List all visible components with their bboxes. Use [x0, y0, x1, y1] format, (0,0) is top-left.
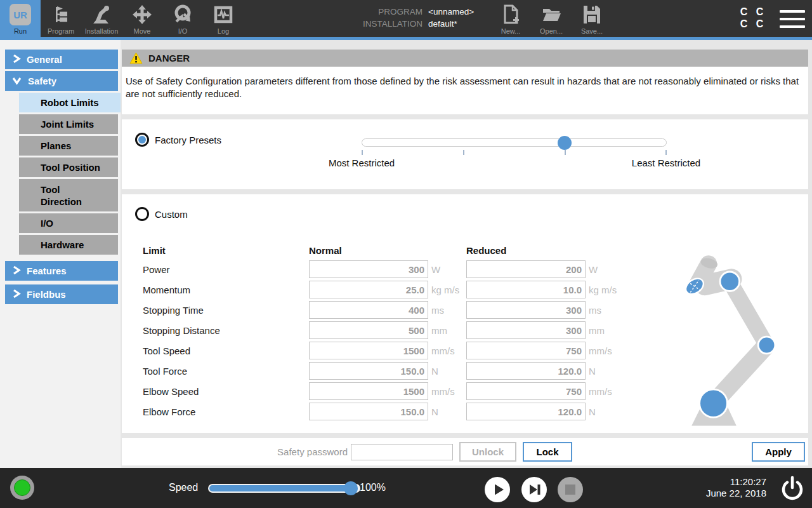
stop-icon: [558, 477, 583, 502]
table-row-tool-speed: Tool Speed mm/s mm/s: [143, 340, 624, 361]
tab-program[interactable]: Program: [41, 0, 81, 37]
limits-table: Limit Normal Reduced Power W W Momentum …: [143, 241, 624, 422]
factory-presets-radio[interactable]: [135, 133, 149, 147]
installation-label: INSTALLATION: [336, 19, 422, 29]
sidebar-group-fieldbus[interactable]: Fieldbus: [5, 284, 118, 304]
sidebar-item-label: Robot Limits: [41, 97, 99, 108]
tool-speed-normal-input[interactable]: [309, 342, 428, 359]
unit-label: mm/s: [586, 345, 624, 356]
sidebar-item-planes[interactable]: Planes: [19, 136, 118, 156]
sidebar-item-tool-position[interactable]: Tool Position: [19, 157, 118, 177]
new-file-icon: [501, 3, 520, 26]
sidebar-item-label: Planes: [41, 140, 71, 151]
robot-status-light[interactable]: [10, 476, 34, 500]
table-row-elbow-speed: Elbow Speed mm/s mm/s: [143, 381, 624, 401]
speed-slider-handle[interactable]: [344, 481, 358, 495]
file-actions: New... Open... Save...: [493, 3, 610, 35]
save-button[interactable]: Save...: [574, 3, 610, 35]
custom-radio[interactable]: [135, 207, 149, 221]
row-label: Elbow Speed: [143, 386, 309, 397]
restriction-slider-track[interactable]: [362, 138, 667, 147]
sidebar-group-features[interactable]: Features: [5, 261, 118, 281]
hamburger-menu-icon[interactable]: [780, 10, 805, 28]
unit-label: kg m/s: [586, 284, 624, 295]
session-indicator: C C C C: [736, 6, 768, 30]
chevron-down-icon: [11, 76, 22, 87]
elbow-speed-normal-input[interactable]: [309, 382, 428, 400]
elbow-force-reduced-input[interactable]: [466, 403, 586, 420]
power-button[interactable]: [780, 475, 805, 500]
content-area: DANGER Use of Safety Configuration param…: [122, 40, 808, 468]
speed-slider-fill: [209, 485, 351, 491]
tab-move[interactable]: Move: [122, 0, 162, 37]
restriction-slider: Most Restricted Least Restricted: [362, 138, 667, 170]
open-folder-icon: [540, 3, 562, 26]
tool-speed-reduced-input[interactable]: [466, 342, 586, 359]
stopping-distance-reduced-input[interactable]: [466, 321, 586, 339]
sidebar-item-tool-direction[interactable]: Tool Direction: [19, 179, 118, 211]
sidebar-group-label: General: [27, 54, 62, 65]
tab-move-label: Move: [134, 27, 151, 36]
status-green-indicator: [14, 479, 30, 496]
power-normal-input[interactable]: [309, 260, 428, 278]
play-button[interactable]: [485, 477, 510, 502]
sidebar-group-general[interactable]: General: [5, 50, 118, 69]
unit-label: mm/s: [428, 345, 466, 356]
sidebar-item-joint-limits[interactable]: Joint Limits: [19, 114, 118, 134]
chevron-right-icon: [11, 53, 21, 66]
momentum-normal-input[interactable]: [309, 281, 428, 298]
speed-slider[interactable]: [208, 484, 360, 493]
elbow-force-normal-input[interactable]: [309, 403, 428, 420]
tab-installation[interactable]: Installation: [81, 0, 122, 37]
lock-button[interactable]: Lock: [523, 442, 572, 462]
warning-icon: [129, 52, 143, 64]
stopping-time-normal-input[interactable]: [309, 301, 428, 319]
tab-run[interactable]: UR Run: [0, 0, 41, 37]
unit-label: mm: [586, 325, 624, 336]
move-icon: [131, 2, 153, 27]
unit-label: ms: [586, 305, 624, 316]
unit-label: W: [586, 264, 624, 275]
sidebar-item-robot-limits[interactable]: Robot Limits: [19, 93, 121, 112]
sidebar-item-hardware[interactable]: Hardware: [19, 235, 118, 255]
elbow-speed-reduced-input[interactable]: [466, 382, 586, 400]
table-row-elbow-force: Elbow Force N N: [143, 401, 624, 422]
danger-title: DANGER: [148, 53, 190, 64]
step-button[interactable]: [521, 477, 547, 502]
new-button[interactable]: New...: [493, 3, 528, 35]
save-icon: [582, 3, 602, 26]
sidebar-item-io[interactable]: I/O: [19, 213, 118, 233]
unit-label: mm/s: [586, 386, 624, 397]
momentum-reduced-input[interactable]: [466, 281, 586, 298]
unit-label: W: [428, 264, 466, 275]
unit-label: ms: [428, 305, 466, 316]
safety-footer-panel: Safety password Unlock Lock Apply: [122, 438, 808, 465]
unlock-button[interactable]: Unlock: [459, 442, 516, 462]
custom-label: Custom: [155, 209, 188, 220]
safety-password-input[interactable]: [351, 444, 453, 460]
stopping-time-reduced-input[interactable]: [466, 301, 586, 319]
unit-label: mm/s: [428, 386, 466, 397]
program-label: PROGRAM: [336, 7, 422, 17]
table-row-power: Power W W: [143, 259, 624, 279]
sidebar-item-label: Joint Limits: [41, 119, 94, 130]
io-icon: [172, 2, 193, 27]
sidebar-group-safety[interactable]: Safety: [5, 71, 118, 91]
open-button[interactable]: Open...: [534, 3, 569, 35]
chevron-right-icon: [11, 288, 21, 301]
stop-button[interactable]: [558, 477, 583, 502]
slider-max-label: Least Restricted: [632, 157, 700, 168]
row-label: Tool Speed: [143, 345, 309, 356]
speed-label: Speed: [169, 482, 198, 493]
clock-date: June 22, 2018: [706, 488, 766, 499]
apply-button[interactable]: Apply: [752, 442, 805, 462]
table-row-tool-force: Tool Force N N: [143, 361, 624, 381]
sidebar-item-label: Hardware: [41, 239, 84, 250]
tool-force-reduced-input[interactable]: [466, 362, 586, 380]
stopping-distance-normal-input[interactable]: [309, 321, 428, 339]
restriction-slider-handle[interactable]: [558, 136, 572, 150]
tab-io[interactable]: I/O: [162, 0, 203, 37]
tab-log[interactable]: Log: [203, 0, 244, 37]
tool-force-normal-input[interactable]: [309, 362, 428, 380]
power-reduced-input[interactable]: [466, 260, 586, 278]
